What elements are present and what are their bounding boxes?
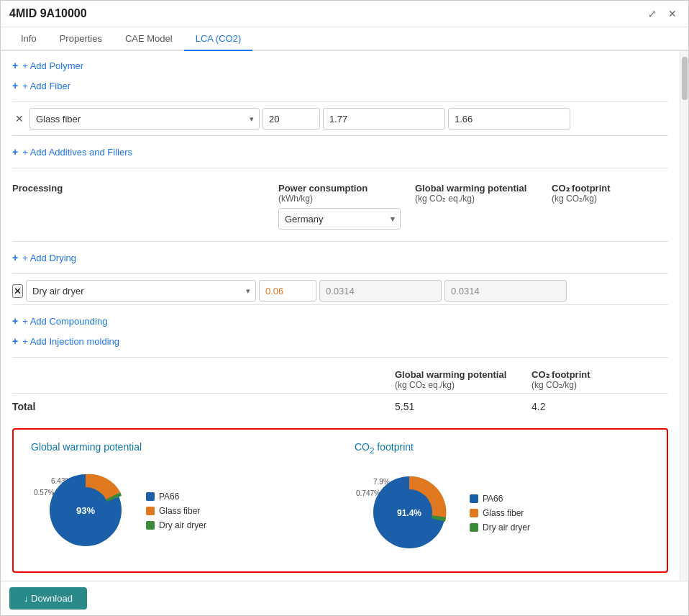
expand-button[interactable]: ⤢ xyxy=(645,6,660,21)
gwp-chart-section: Global warming potential 6.43% 0.57% xyxy=(31,441,326,560)
dryer-select-wrapper: Dry air dryer xyxy=(26,280,256,302)
gwp-pie-wrapper: 6.43% 0.57% xyxy=(31,464,132,558)
totals-gwp-header: Global warming potential (kg CO₂ eq./kg) xyxy=(395,369,531,390)
gwp-legend-pa66: PA66 xyxy=(146,492,206,502)
co2-chart-area: 7.9% 0.747% 91.4% xyxy=(355,466,649,560)
totals-header: Global warming potential (kg CO₂ eq./kg)… xyxy=(12,363,668,393)
dryer-amount-input[interactable] xyxy=(259,280,316,302)
close-button[interactable]: ✕ xyxy=(665,6,680,21)
power-consumption-label: Power consumption (kWh/kg) Germany xyxy=(278,183,415,230)
co2-chart-title: CO2 footprint xyxy=(355,441,649,455)
download-button[interactable]: ↓ Download xyxy=(9,587,87,610)
gwp-legend: PA66 Glass fiber Dry air dryer xyxy=(146,492,206,530)
total-co2-value: 4.2 xyxy=(531,401,668,412)
gwp-chart-area: 6.43% 0.57% xyxy=(31,464,326,558)
scrollbar-thumb[interactable] xyxy=(682,57,688,100)
charts-container: Global warming potential 6.43% 0.57% xyxy=(12,428,668,573)
scrollbar[interactable] xyxy=(680,51,688,581)
co2-legend: PA66 Glass fiber Dry air dryer xyxy=(470,494,530,533)
main-window: 4MID 9A10000 ⤢ ✕ Info Properties CAE Mod… xyxy=(0,0,689,616)
processing-label: Processing xyxy=(12,183,278,194)
svg-text:93%: 93% xyxy=(76,505,95,516)
gwp-chart-title: Global warming potential xyxy=(31,441,326,453)
fiber-row: ✕ Glass fiber xyxy=(12,108,668,130)
total-label: Total xyxy=(12,401,395,412)
add-injection-link[interactable]: + + Add Injection molding xyxy=(12,331,119,351)
co2-chart-section: CO2 footprint 7.9% 0.747% xyxy=(355,441,649,560)
country-select[interactable]: Germany xyxy=(278,208,401,230)
totals-row: Total 5.51 4.2 xyxy=(12,393,668,420)
add-polymer-link[interactable]: + + Add Polymer xyxy=(12,55,83,76)
tab-cae-model[interactable]: CAE Model xyxy=(114,27,184,51)
gwp-legend-pa66-dot xyxy=(146,492,155,501)
dryer-row: ✕ Dry air dryer xyxy=(12,280,668,302)
tab-lca-co2[interactable]: LCA (CO2) xyxy=(184,27,253,51)
fiber-amount-input[interactable] xyxy=(263,108,320,130)
svg-text:91.4%: 91.4% xyxy=(397,508,421,518)
gwp-legend-dryer-dot xyxy=(146,521,155,530)
fiber-gwp-input[interactable] xyxy=(323,108,445,130)
dryer-select[interactable]: Dry air dryer xyxy=(26,280,256,302)
title-bar: 4MID 9A10000 ⤢ ✕ xyxy=(1,1,688,27)
co2-pie-chart: 91.4% xyxy=(366,469,452,556)
content-area: + + Add Polymer + + Add Fiber ✕ Glass fi… xyxy=(1,51,688,581)
add-fiber-link[interactable]: + + Add Fiber xyxy=(12,76,70,96)
remove-fiber-button[interactable]: ✕ xyxy=(12,112,27,126)
gwp-legend-glass-dot xyxy=(146,507,155,515)
add-additives-link[interactable]: + + Add Additives and Fillers xyxy=(12,142,132,162)
add-compounding-link[interactable]: + + Add Compounding xyxy=(12,311,107,331)
co2-legend-pa66-dot xyxy=(470,494,478,503)
processing-header: Processing Power consumption (kWh/kg) Ge… xyxy=(12,174,668,235)
co2fp-label: CO₂ footprint (kg CO₂/kg) xyxy=(552,183,668,204)
gwp-pie-chart: 93% xyxy=(42,467,129,553)
main-panel: + + Add Polymer + + Add Fiber ✕ Glass fi… xyxy=(1,51,680,581)
fiber-select[interactable]: Glass fiber xyxy=(29,108,260,130)
remove-dryer-button[interactable]: ✕ xyxy=(12,284,23,298)
gwp-legend-glass: Glass fiber xyxy=(146,506,206,516)
total-gwp-value: 5.51 xyxy=(395,401,531,412)
gwp-legend-dryer: Dry air dryer xyxy=(146,520,206,530)
tab-info[interactable]: Info xyxy=(9,27,48,51)
co2-legend-dryer-dot xyxy=(470,523,478,532)
dryer-gwp-input xyxy=(319,280,442,302)
co2-pie-wrapper: 7.9% 0.747% 91.4% xyxy=(355,466,455,560)
gwp-label: Global warming potential (kg CO₂ eq./kg) xyxy=(415,183,552,204)
totals-co2-header: CO₂ footprint (kg CO₂/kg) xyxy=(531,369,668,390)
co2-legend-glass-dot xyxy=(470,509,478,517)
co2-legend-glass: Glass fiber xyxy=(470,508,530,518)
co2-legend-pa66: PA66 xyxy=(470,494,530,504)
add-drying-link[interactable]: + + Add Drying xyxy=(12,248,76,268)
co2-legend-dryer: Dry air dryer xyxy=(470,522,530,533)
tab-properties[interactable]: Properties xyxy=(48,27,114,51)
bottom-bar: ↓ Download xyxy=(1,581,688,615)
fiber-select-wrapper: Glass fiber xyxy=(29,108,260,130)
nav-tabs: Info Properties CAE Model LCA (CO2) xyxy=(1,27,688,51)
window-title: 4MID 9A10000 xyxy=(9,7,87,20)
dryer-co2-input xyxy=(444,280,567,302)
window-controls: ⤢ ✕ xyxy=(645,6,680,21)
fiber-co2-input[interactable] xyxy=(448,108,570,130)
